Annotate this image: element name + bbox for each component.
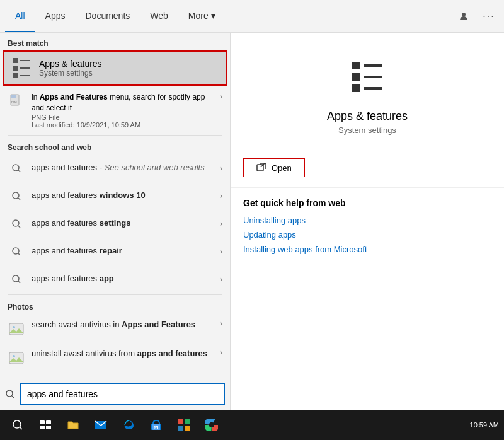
help-link-0[interactable]: Uninstalling apps xyxy=(243,216,491,225)
svg-point-0 xyxy=(462,13,466,16)
right-app-icon xyxy=(342,52,392,102)
school-web-header: Search school and web xyxy=(0,137,230,154)
search-web-icon-1 xyxy=(8,187,25,205)
web-result-text-0: apps and features - See school and web r… xyxy=(32,163,214,173)
apps-features-icon xyxy=(11,58,32,78)
search-web-icon-0 xyxy=(8,159,25,177)
best-match-title: Apps & features xyxy=(39,59,102,69)
web-result-1[interactable]: apps and features windows 10 › xyxy=(0,182,230,210)
svg-rect-23 xyxy=(364,64,382,67)
svg-text:PNG: PNG xyxy=(11,100,17,103)
svg-rect-30 xyxy=(46,420,51,424)
taskbar-explorer-icon xyxy=(67,419,79,431)
right-app-title: Apps & features xyxy=(327,110,408,123)
taskbar-tiles-btn[interactable] xyxy=(171,412,197,437)
help-link-2[interactable]: Installing web apps from Microsoft xyxy=(243,245,491,254)
taskbar-search-btn[interactable] xyxy=(5,412,30,437)
web-result-0[interactable]: apps and features - See school and web r… xyxy=(0,154,230,182)
svg-point-44 xyxy=(209,422,214,427)
svg-line-9 xyxy=(18,226,20,228)
tab-more[interactable]: More ▾ xyxy=(178,0,226,32)
svg-point-4 xyxy=(13,165,19,171)
best-match-item[interactable]: Apps & features System settings xyxy=(3,50,227,86)
right-help-section: Get quick help from web Uninstalling app… xyxy=(231,188,504,269)
web-result-text-1: apps and features windows 10 xyxy=(32,190,214,201)
svg-point-18 xyxy=(6,390,13,397)
search-web-icon-3 xyxy=(8,243,25,260)
taskbar-tiles-icon xyxy=(178,419,190,431)
svg-point-12 xyxy=(13,275,19,282)
best-match-subtitle: System settings xyxy=(39,69,102,78)
file-result-item[interactable]: PNG in Apps and Features menu, search fo… xyxy=(0,87,230,134)
web-result-text-4: apps and features app xyxy=(32,274,214,284)
web-result-4[interactable]: apps and features app › xyxy=(0,265,230,293)
svg-rect-37 xyxy=(178,419,183,424)
file-result-title: in Apps and Features menu, search for sp… xyxy=(32,92,214,113)
svg-line-19 xyxy=(12,396,14,398)
web-result-3[interactable]: apps and features repair › xyxy=(0,238,230,265)
web-result-arrow-2: › xyxy=(220,219,222,228)
right-panel: Apps & features System settings Open Get… xyxy=(230,33,504,410)
more-options-btn[interactable]: ··· xyxy=(479,6,499,26)
svg-line-11 xyxy=(18,253,20,255)
open-button[interactable]: Open xyxy=(243,158,305,177)
help-title: Get quick help from web xyxy=(243,198,491,208)
divider-2 xyxy=(8,294,222,295)
svg-line-13 xyxy=(18,281,20,283)
photos-result-arrow-0: › xyxy=(220,319,222,328)
svg-text:M: M xyxy=(154,424,158,430)
file-modified: Last modified: 10/9/2021, 10:59 AM xyxy=(32,121,214,129)
svg-point-6 xyxy=(13,192,19,199)
taskbar-colorpicker-btn[interactable] xyxy=(199,412,224,437)
right-top-section: Apps & features System settings xyxy=(231,33,504,148)
taskbar-edge-btn[interactable] xyxy=(116,412,141,437)
photos-result-text-1: uninstall avast antivirus from apps and … xyxy=(32,348,214,359)
taskbar-mail-btn[interactable] xyxy=(88,412,113,437)
ellipsis-icon: ··· xyxy=(483,11,495,22)
user-icon-btn[interactable] xyxy=(454,6,474,26)
svg-point-8 xyxy=(13,220,19,226)
search-icon xyxy=(5,389,15,399)
taskbar-taskview-icon xyxy=(39,419,52,431)
svg-rect-38 xyxy=(185,419,190,424)
web-result-arrow-4: › xyxy=(220,275,222,284)
photos-header: Photos xyxy=(0,296,230,314)
svg-rect-29 xyxy=(40,420,45,424)
svg-line-5 xyxy=(18,170,20,172)
open-icon xyxy=(256,163,266,173)
search-input[interactable] xyxy=(20,383,225,405)
svg-rect-40 xyxy=(185,426,190,431)
svg-rect-20 xyxy=(352,62,360,69)
left-panel: Best match xyxy=(0,33,230,410)
web-result-text-2: apps and features settings xyxy=(32,218,214,229)
photos-icon-0 xyxy=(8,320,25,338)
taskbar-store-btn[interactable]: M xyxy=(144,412,169,437)
search-web-icon-4 xyxy=(8,270,25,288)
svg-point-27 xyxy=(13,420,21,428)
svg-rect-14 xyxy=(9,323,23,335)
svg-point-15 xyxy=(13,326,15,328)
best-match-text: Apps & features System settings xyxy=(39,59,102,78)
help-link-1[interactable]: Updating apps xyxy=(243,230,491,240)
svg-rect-21 xyxy=(352,73,360,81)
photos-result-arrow-1: › xyxy=(220,348,222,357)
tab-all[interactable]: All xyxy=(5,0,35,32)
best-match-header: Best match xyxy=(0,33,230,50)
search-box-container xyxy=(0,378,230,410)
tab-documents[interactable]: Documents xyxy=(75,0,140,32)
svg-rect-2 xyxy=(11,95,16,98)
tab-web[interactable]: Web xyxy=(140,0,178,32)
taskbar-taskview-btn[interactable] xyxy=(33,412,58,437)
svg-rect-39 xyxy=(178,426,183,431)
file-type: PNG File xyxy=(32,113,214,121)
divider-1 xyxy=(8,135,222,136)
web-result-2[interactable]: apps and features settings › xyxy=(0,210,230,238)
photos-result-1[interactable]: uninstall avast antivirus from apps and … xyxy=(0,343,230,372)
taskbar-explorer-btn[interactable] xyxy=(60,412,86,437)
svg-rect-22 xyxy=(352,84,360,92)
photos-result-0[interactable]: search avast antivirus in Apps and Featu… xyxy=(0,314,230,343)
tab-apps[interactable]: Apps xyxy=(35,0,76,32)
open-label: Open xyxy=(272,163,292,173)
svg-rect-31 xyxy=(40,426,45,429)
web-result-arrow-3: › xyxy=(220,247,222,256)
